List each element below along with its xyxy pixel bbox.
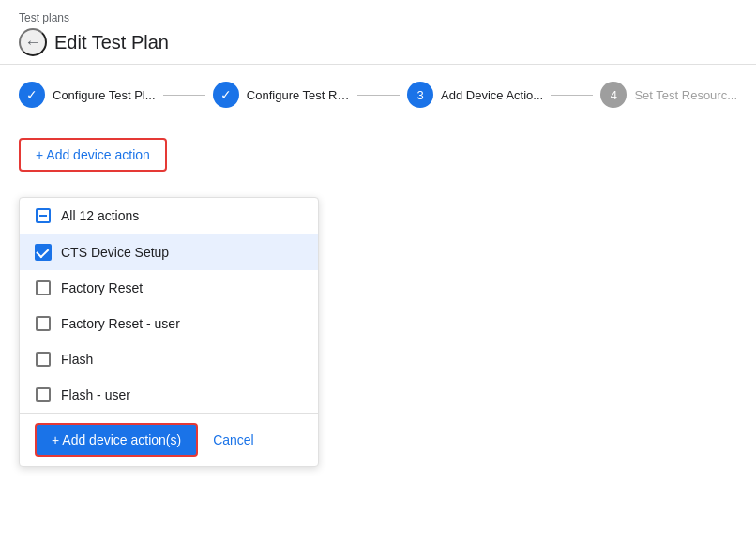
title-row: ← Edit Test Plan — [19, 28, 737, 56]
step-3-num: 3 — [416, 88, 423, 102]
cancel-button[interactable]: Cancel — [213, 432, 254, 447]
unchecked-icon-1 — [36, 280, 51, 295]
item-2-label: Factory Reset - user — [61, 316, 180, 331]
connector-1 — [163, 95, 205, 96]
unchecked-icon-4 — [36, 387, 51, 402]
step-3-label: Add Device Actio... — [441, 88, 543, 102]
step-1-circle: ✓ — [19, 82, 45, 108]
dropdown-list: All 12 actions CTS Device Setup Factory … — [20, 198, 318, 413]
add-action-button[interactable]: + Add device action — [19, 138, 167, 172]
all-actions-label: All 12 actions — [61, 208, 139, 223]
list-item[interactable]: Flash — [20, 341, 318, 377]
indeterminate-icon — [36, 208, 51, 223]
step-2: ✓ Configure Test Ru... — [213, 82, 350, 108]
item-1-label: Factory Reset — [61, 280, 143, 295]
header: Test plans ← Edit Test Plan — [0, 0, 756, 65]
item-3-label: Flash — [61, 352, 93, 367]
step-4-num: 4 — [611, 88, 617, 102]
unchecked-icon-3 — [36, 352, 51, 367]
checked-icon-0 — [35, 244, 52, 261]
step-1-check: ✓ — [26, 87, 38, 102]
main-content: + Add device action — [0, 123, 756, 187]
step-2-check: ✓ — [220, 87, 232, 102]
item-4-label: Flash - user — [61, 387, 130, 402]
breadcrumb: Test plans — [19, 11, 737, 24]
list-item[interactable]: Factory Reset - user — [20, 306, 318, 341]
step-4: 4 Set Test Resourc... — [600, 82, 737, 108]
all-actions-item[interactable]: All 12 actions — [20, 198, 318, 234]
list-item[interactable]: Factory Reset — [20, 270, 318, 306]
submit-action-button[interactable]: + Add device action(s) — [35, 423, 198, 457]
all-actions-checkbox — [35, 207, 52, 224]
list-item[interactable]: CTS Device Setup — [20, 234, 318, 270]
dropdown-footer: + Add device action(s) Cancel — [20, 413, 318, 466]
connector-2 — [357, 95, 400, 96]
step-2-circle: ✓ — [213, 82, 239, 108]
item-0-label: CTS Device Setup — [61, 245, 169, 260]
stepper: ✓ Configure Test Pl... ✓ Configure Test … — [0, 65, 756, 123]
item-1-checkbox — [35, 280, 52, 296]
step-1-label: Configure Test Pl... — [53, 88, 156, 102]
step-3-circle: 3 — [407, 82, 433, 108]
step-3: 3 Add Device Actio... — [407, 82, 543, 108]
step-4-label: Set Test Resourc... — [634, 88, 737, 102]
item-2-checkbox — [35, 315, 52, 332]
item-4-checkbox — [35, 386, 52, 403]
page-container: Test plans ← Edit Test Plan ✓ Configure … — [0, 0, 756, 559]
dropdown-panel: All 12 actions CTS Device Setup Factory … — [19, 197, 319, 467]
item-0-checkbox — [35, 244, 52, 261]
page-title: Edit Test Plan — [54, 32, 169, 53]
step-4-circle: 4 — [600, 82, 627, 108]
unchecked-icon-2 — [36, 316, 51, 331]
list-item[interactable]: Flash - user — [20, 377, 318, 413]
step-1: ✓ Configure Test Pl... — [19, 82, 156, 108]
item-3-checkbox — [35, 351, 52, 368]
connector-3 — [551, 95, 593, 96]
back-button[interactable]: ← — [19, 28, 47, 56]
step-2-label: Configure Test Ru... — [247, 88, 350, 102]
